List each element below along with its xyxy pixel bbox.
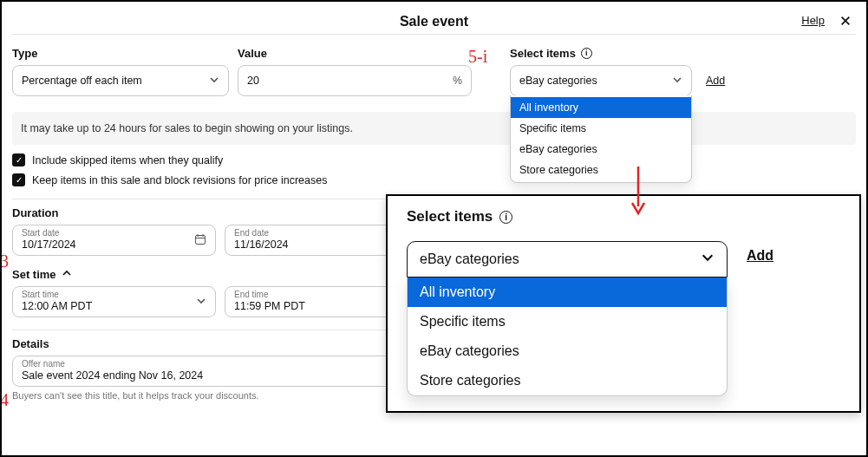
option-specific-items[interactable]: Specific items — [511, 118, 691, 139]
end-time-value: 11:59 PM PDT — [234, 300, 305, 312]
chevron-down-icon — [196, 296, 206, 309]
calendar-icon — [194, 233, 206, 248]
block-revisions-checkbox-row[interactable]: ✓ Keep items in this sale and block revi… — [12, 173, 856, 186]
type-value: Percentage off each item — [22, 75, 142, 87]
offer-name-label: Offer name — [22, 359, 65, 369]
checkbox-checked-icon: ✓ — [12, 173, 25, 186]
overlay-select-value: eBay categories — [420, 251, 519, 267]
start-date-label: Start date — [22, 228, 59, 238]
select-items-popup: All inventory Specific items eBay catego… — [510, 95, 692, 183]
annotation-4: 4 — [0, 390, 9, 410]
modal-header: Sale event Help — [12, 9, 856, 35]
arrow-down-icon — [630, 165, 647, 217]
offer-helper-text: Buyers can't see this title, but it help… — [12, 390, 259, 401]
start-time-value: 12:00 AM PDT — [22, 300, 92, 312]
add-items-link[interactable]: Add — [706, 75, 725, 87]
chevron-down-icon — [672, 75, 682, 88]
start-date-input[interactable]: Start date 10/17/2024 — [12, 225, 216, 256]
overlay-add-link[interactable]: Add — [747, 241, 773, 264]
page-title: Sale event — [400, 14, 468, 29]
option-store-categories[interactable]: Store categories — [511, 160, 691, 180]
start-time-label: Start time — [22, 290, 59, 299]
overlay-select-items-dropdown[interactable]: eBay categories — [407, 241, 728, 277]
info-icon[interactable]: i — [581, 48, 592, 59]
include-skipped-checkbox-row[interactable]: ✓ Include skipped items when they qualif… — [12, 153, 856, 166]
overlay-option-store-categories[interactable]: Store categories — [408, 366, 727, 395]
info-icon[interactable]: i — [499, 211, 512, 224]
end-date-value: 11/16/2024 — [234, 238, 289, 251]
close-icon[interactable] — [835, 10, 856, 31]
type-select[interactable]: Percentage off each item — [12, 65, 229, 96]
svg-rect-0 — [196, 235, 206, 244]
option-ebay-categories[interactable]: eBay categories — [511, 139, 691, 160]
start-time-input[interactable]: Start time 12:00 AM PDT — [12, 286, 216, 317]
checkbox-checked-icon: ✓ — [12, 153, 25, 166]
overlay-option-ebay-categories[interactable]: eBay categories — [408, 336, 727, 366]
overlay-select-popup: All inventory Specific items eBay catego… — [407, 277, 728, 396]
value-input[interactable]: 20 % — [238, 65, 472, 96]
select-items-label: Select items i — [510, 47, 725, 60]
info-banner: It may take up to 24 hours for sales to … — [12, 112, 856, 145]
chevron-down-icon — [701, 251, 715, 268]
value-value: 20 — [247, 75, 259, 87]
chevron-down-icon — [209, 75, 219, 88]
end-time-label: End time — [234, 290, 268, 299]
help-link[interactable]: Help — [801, 14, 825, 27]
overlay-option-all-inventory[interactable]: All inventory — [408, 277, 727, 307]
option-all-inventory[interactable]: All inventory — [511, 97, 691, 118]
end-date-label: End date — [234, 228, 269, 238]
select-items-dropdown[interactable]: eBay categories — [510, 65, 692, 96]
block-revisions-label: Keep items in this sale and block revisi… — [32, 174, 327, 186]
offer-name-value: Sale event 2024 ending Nov 16, 2024 — [22, 369, 203, 382]
type-label: Type — [12, 47, 229, 60]
select-items-value: eBay categories — [519, 75, 597, 87]
annotation-3: 3 — [0, 251, 9, 271]
value-suffix: % — [453, 75, 462, 87]
include-skipped-label: Include skipped items when they qualify — [32, 154, 223, 166]
value-label: Value — [238, 47, 472, 60]
chevron-up-icon — [62, 268, 72, 281]
start-date-value: 10/17/2024 — [22, 238, 76, 251]
overlay-title: Select items i — [407, 208, 844, 225]
overlay-option-specific-items[interactable]: Specific items — [408, 307, 727, 336]
annotation-5i: 5-i — [468, 47, 487, 67]
zoom-overlay: Select items i eBay categories All inven… — [386, 194, 861, 413]
